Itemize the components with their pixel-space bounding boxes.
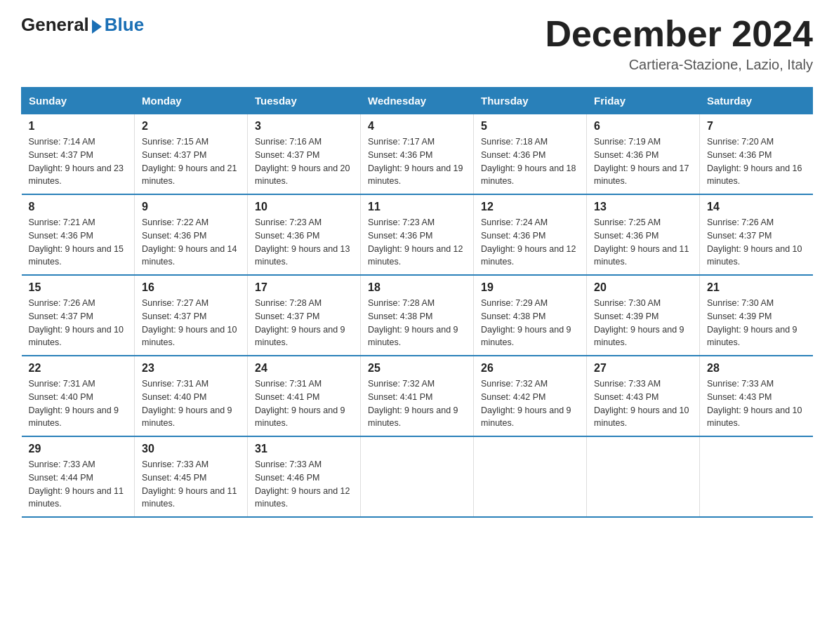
day-number: 12: [481, 201, 579, 213]
calendar-cell: [474, 436, 587, 517]
day-info: Sunrise: 7:33 AM Sunset: 4:44 PM Dayligh…: [29, 458, 128, 511]
day-info: Sunrise: 7:30 AM Sunset: 4:39 PM Dayligh…: [707, 297, 806, 349]
day-number: 4: [368, 120, 466, 133]
calendar-cell: 26 Sunrise: 7:32 AM Sunset: 4:42 PM Dayl…: [474, 356, 587, 436]
calendar-cell: 15 Sunrise: 7:26 AM Sunset: 4:37 PM Dayl…: [22, 275, 135, 356]
header-friday: Friday: [587, 88, 700, 114]
day-info: Sunrise: 7:33 AM Sunset: 4:46 PM Dayligh…: [255, 458, 353, 511]
day-number: 14: [707, 201, 806, 213]
day-number: 31: [255, 443, 353, 455]
day-info: Sunrise: 7:24 AM Sunset: 4:36 PM Dayligh…: [481, 216, 579, 269]
calendar-cell: 24 Sunrise: 7:31 AM Sunset: 4:41 PM Dayl…: [248, 356, 361, 436]
day-number: 8: [29, 201, 128, 213]
calendar-cell: 14 Sunrise: 7:26 AM Sunset: 4:37 PM Dayl…: [700, 194, 813, 275]
day-info: Sunrise: 7:23 AM Sunset: 4:36 PM Dayligh…: [368, 216, 466, 269]
calendar-cell: 10 Sunrise: 7:23 AM Sunset: 4:36 PM Dayl…: [248, 194, 361, 275]
calendar-cell: 27 Sunrise: 7:33 AM Sunset: 4:43 PM Dayl…: [587, 356, 700, 436]
calendar-cell: 31 Sunrise: 7:33 AM Sunset: 4:46 PM Dayl…: [248, 436, 361, 517]
calendar-cell: 4 Sunrise: 7:17 AM Sunset: 4:36 PM Dayli…: [361, 114, 474, 195]
logo-arrow-icon: [92, 20, 102, 34]
calendar-cell: [361, 436, 474, 517]
day-number: 3: [255, 120, 353, 133]
calendar-cell: 30 Sunrise: 7:33 AM Sunset: 4:45 PM Dayl…: [135, 436, 248, 517]
header-wednesday: Wednesday: [361, 88, 474, 114]
day-info: Sunrise: 7:31 AM Sunset: 4:40 PM Dayligh…: [29, 377, 128, 430]
calendar-cell: 12 Sunrise: 7:24 AM Sunset: 4:36 PM Dayl…: [474, 194, 587, 275]
day-info: Sunrise: 7:33 AM Sunset: 4:43 PM Dayligh…: [594, 377, 692, 430]
day-number: 11: [368, 201, 466, 213]
day-number: 7: [707, 120, 806, 133]
day-number: 28: [707, 362, 806, 375]
calendar-week-row: 8 Sunrise: 7:21 AM Sunset: 4:36 PM Dayli…: [22, 194, 813, 275]
logo-blue-text: Blue: [105, 14, 144, 36]
day-info: Sunrise: 7:17 AM Sunset: 4:36 PM Dayligh…: [368, 135, 466, 188]
day-info: Sunrise: 7:20 AM Sunset: 4:36 PM Dayligh…: [707, 135, 806, 188]
calendar-cell: 2 Sunrise: 7:15 AM Sunset: 4:37 PM Dayli…: [135, 114, 248, 195]
calendar-cell: 21 Sunrise: 7:30 AM Sunset: 4:39 PM Dayl…: [700, 275, 813, 356]
page-header: General Blue December 2024 Cartiera-Staz…: [21, 14, 813, 73]
header-saturday: Saturday: [700, 88, 813, 114]
day-number: 25: [368, 362, 466, 375]
day-number: 23: [142, 362, 240, 375]
calendar-cell: 11 Sunrise: 7:23 AM Sunset: 4:36 PM Dayl…: [361, 194, 474, 275]
day-number: 22: [29, 362, 128, 375]
calendar-cell: 9 Sunrise: 7:22 AM Sunset: 4:36 PM Dayli…: [135, 194, 248, 275]
calendar-cell: 7 Sunrise: 7:20 AM Sunset: 4:36 PM Dayli…: [700, 114, 813, 195]
day-info: Sunrise: 7:23 AM Sunset: 4:36 PM Dayligh…: [255, 216, 353, 269]
day-number: 9: [142, 201, 240, 213]
month-title: December 2024: [545, 14, 813, 54]
day-info: Sunrise: 7:26 AM Sunset: 4:37 PM Dayligh…: [29, 297, 128, 349]
calendar-cell: 18 Sunrise: 7:28 AM Sunset: 4:38 PM Dayl…: [361, 275, 474, 356]
calendar-cell: 19 Sunrise: 7:29 AM Sunset: 4:38 PM Dayl…: [474, 275, 587, 356]
calendar-cell: 1 Sunrise: 7:14 AM Sunset: 4:37 PM Dayli…: [22, 114, 135, 195]
day-info: Sunrise: 7:15 AM Sunset: 4:37 PM Dayligh…: [142, 135, 240, 188]
calendar-cell: 8 Sunrise: 7:21 AM Sunset: 4:36 PM Dayli…: [22, 194, 135, 275]
day-info: Sunrise: 7:26 AM Sunset: 4:37 PM Dayligh…: [707, 216, 806, 269]
calendar-week-row: 15 Sunrise: 7:26 AM Sunset: 4:37 PM Dayl…: [22, 275, 813, 356]
calendar-cell: [587, 436, 700, 517]
day-info: Sunrise: 7:18 AM Sunset: 4:36 PM Dayligh…: [481, 135, 579, 188]
calendar-cell: 6 Sunrise: 7:19 AM Sunset: 4:36 PM Dayli…: [587, 114, 700, 195]
calendar-week-row: 29 Sunrise: 7:33 AM Sunset: 4:44 PM Dayl…: [22, 436, 813, 517]
day-number: 30: [142, 443, 240, 455]
day-number: 29: [29, 443, 128, 455]
calendar-week-row: 1 Sunrise: 7:14 AM Sunset: 4:37 PM Dayli…: [22, 114, 813, 195]
day-info: Sunrise: 7:19 AM Sunset: 4:36 PM Dayligh…: [594, 135, 692, 188]
day-info: Sunrise: 7:16 AM Sunset: 4:37 PM Dayligh…: [255, 135, 353, 188]
calendar-cell: 13 Sunrise: 7:25 AM Sunset: 4:36 PM Dayl…: [587, 194, 700, 275]
day-number: 2: [142, 120, 240, 133]
day-info: Sunrise: 7:32 AM Sunset: 4:42 PM Dayligh…: [481, 377, 579, 430]
day-info: Sunrise: 7:14 AM Sunset: 4:37 PM Dayligh…: [29, 135, 128, 188]
day-number: 18: [368, 281, 466, 294]
calendar-cell: 16 Sunrise: 7:27 AM Sunset: 4:37 PM Dayl…: [135, 275, 248, 356]
header-sunday: Sunday: [22, 88, 135, 114]
day-info: Sunrise: 7:29 AM Sunset: 4:38 PM Dayligh…: [481, 297, 579, 349]
calendar-cell: 20 Sunrise: 7:30 AM Sunset: 4:39 PM Dayl…: [587, 275, 700, 356]
logo-general-text: General: [21, 14, 89, 36]
header-monday: Monday: [135, 88, 248, 114]
calendar-cell: 29 Sunrise: 7:33 AM Sunset: 4:44 PM Dayl…: [22, 436, 135, 517]
day-info: Sunrise: 7:30 AM Sunset: 4:39 PM Dayligh…: [594, 297, 692, 349]
day-info: Sunrise: 7:31 AM Sunset: 4:41 PM Dayligh…: [255, 377, 353, 430]
day-number: 5: [481, 120, 579, 133]
day-number: 20: [594, 281, 692, 294]
day-number: 16: [142, 281, 240, 294]
day-number: 26: [481, 362, 579, 375]
day-number: 21: [707, 281, 806, 294]
calendar-cell: [700, 436, 813, 517]
day-info: Sunrise: 7:21 AM Sunset: 4:36 PM Dayligh…: [29, 216, 128, 269]
calendar-cell: 25 Sunrise: 7:32 AM Sunset: 4:41 PM Dayl…: [361, 356, 474, 436]
calendar-cell: 28 Sunrise: 7:33 AM Sunset: 4:43 PM Dayl…: [700, 356, 813, 436]
logo: General Blue: [21, 14, 144, 36]
day-info: Sunrise: 7:32 AM Sunset: 4:41 PM Dayligh…: [368, 377, 466, 430]
day-number: 6: [594, 120, 692, 133]
header-thursday: Thursday: [474, 88, 587, 114]
calendar-cell: 3 Sunrise: 7:16 AM Sunset: 4:37 PM Dayli…: [248, 114, 361, 195]
title-section: December 2024 Cartiera-Stazione, Lazio, …: [545, 14, 813, 73]
calendar-cell: 23 Sunrise: 7:31 AM Sunset: 4:40 PM Dayl…: [135, 356, 248, 436]
location-title: Cartiera-Stazione, Lazio, Italy: [545, 57, 813, 73]
day-number: 10: [255, 201, 353, 213]
calendar-week-row: 22 Sunrise: 7:31 AM Sunset: 4:40 PM Dayl…: [22, 356, 813, 436]
day-number: 19: [481, 281, 579, 294]
day-info: Sunrise: 7:27 AM Sunset: 4:37 PM Dayligh…: [142, 297, 240, 349]
